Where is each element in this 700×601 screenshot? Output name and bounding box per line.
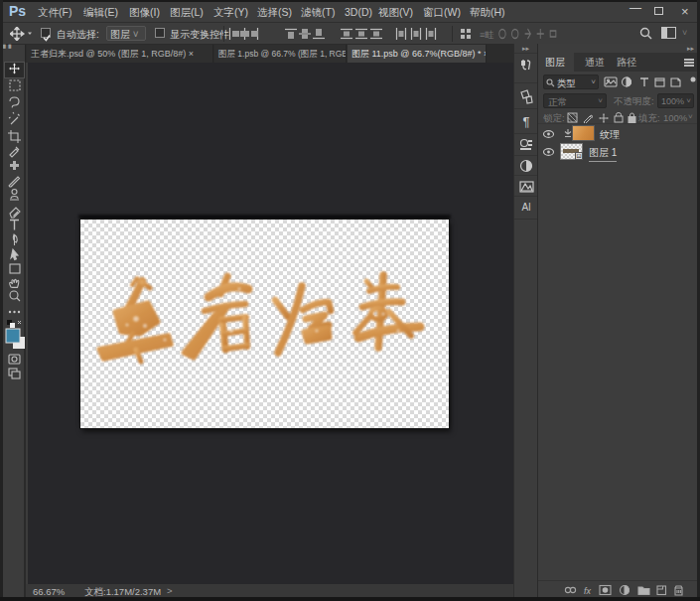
svg-text:fx: fx <box>584 586 592 596</box>
